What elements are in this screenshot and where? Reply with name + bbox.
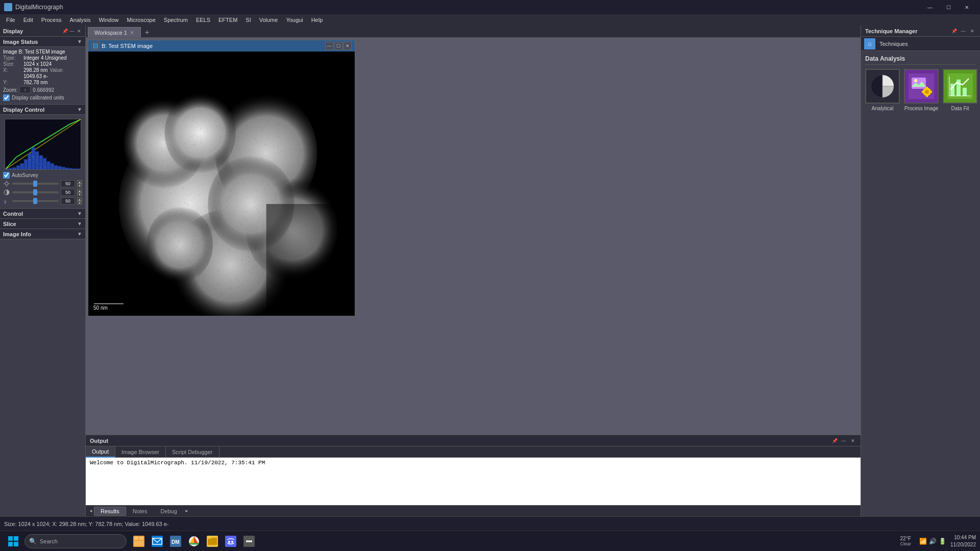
menu-help[interactable]: Help [307, 14, 327, 26]
window-controls: — ☐ ✕ [921, 0, 976, 14]
calibrated-units-checkbox[interactable] [3, 94, 10, 101]
contrast-thumb[interactable] [33, 189, 37, 195]
xy-row2: 1049.63 e- [3, 73, 82, 79]
panel-minimize-button[interactable]: — [69, 28, 75, 34]
taskbar-search[interactable]: 🔍 Search [24, 534, 127, 548]
taskbar-app-explorer[interactable] [131, 533, 147, 549]
image-info-section-header[interactable]: Image Info ▼ [0, 229, 85, 239]
type-value: Integer 4 Unsigned [23, 55, 67, 61]
menu-yougui[interactable]: Yougui [282, 14, 307, 26]
image-window[interactable]: B: Test STEM image — ☐ ✕ 50 nm [88, 40, 355, 316]
taskbar-app-more[interactable] [241, 533, 257, 549]
calibrated-units-label: Display calibrated units [12, 95, 64, 101]
display-control-header[interactable]: Display Control ▼ [0, 105, 85, 115]
output-minimize-button[interactable]: — [840, 437, 847, 444]
brightness-thumb[interactable] [33, 181, 37, 187]
menu-si[interactable]: SI [241, 14, 255, 26]
output-bottom-tab-debug[interactable]: Debug [154, 507, 183, 516]
right-panel-title: Technique Manager [865, 28, 917, 34]
control-section-header[interactable]: Control ▼ [0, 209, 85, 219]
right-panel-controls: 📌 — ✕ [950, 28, 976, 35]
panel-pin-button[interactable]: 📌 [62, 28, 68, 34]
brightness-down[interactable]: ▼ [77, 184, 82, 187]
svg-rect-43 [225, 536, 236, 547]
analytical-icon[interactable] [865, 69, 900, 104]
close-button[interactable]: ✕ [958, 0, 976, 14]
brightness-up[interactable]: ▲ [77, 180, 82, 184]
minimize-button[interactable]: — [921, 0, 939, 14]
output-tab-scriptdebugger[interactable]: Script Debugger [166, 446, 219, 458]
taskbar-app-discord[interactable] [223, 533, 239, 549]
svg-rect-21 [930, 91, 932, 93]
image-minimize-button[interactable]: — [325, 42, 333, 50]
output-tab-output[interactable]: Output [86, 446, 115, 458]
output-bottom-tab-notes[interactable]: Notes [126, 507, 154, 516]
output-scroll-left[interactable]: ◄ [88, 508, 94, 514]
right-panel-home[interactable]: ⌂ [864, 38, 875, 49]
data-fit-icon[interactable] [943, 69, 977, 104]
slice-section-header[interactable]: Slice ▼ [0, 219, 85, 229]
da-analytical[interactable]: Analytical [865, 69, 900, 111]
panel-close-button[interactable]: ✕ [76, 28, 82, 34]
process-image-icon[interactable] [904, 69, 939, 104]
contrast-down[interactable]: ▼ [77, 192, 82, 196]
brightness-spinners: ▲ ▼ [77, 180, 82, 187]
da-process-image[interactable]: Process Image [904, 69, 939, 111]
image-close-button[interactable]: ✕ [344, 42, 352, 50]
image-window-title-bar: B: Test STEM image — ☐ ✕ [88, 40, 355, 52]
right-panel-pin[interactable]: 📌 [950, 28, 958, 35]
workspace-add-tab[interactable]: + [142, 27, 152, 37]
right-panel-close[interactable]: ✕ [969, 28, 976, 35]
status-bar: Size: 1024 x 1024; X: 298.28 nm; Y: 782.… [0, 516, 980, 531]
maximize-button[interactable]: ☐ [939, 0, 958, 14]
taskbar-clock[interactable]: 10:44 PM 11/20/2022 [950, 534, 976, 548]
menu-process[interactable]: Process [37, 14, 66, 26]
workspace-tab-close[interactable]: ✕ [130, 30, 134, 35]
brightness-track[interactable] [12, 183, 59, 185]
contrast-up[interactable]: ▲ [77, 189, 82, 192]
gamma-up[interactable]: ▲ [77, 197, 82, 201]
autosurvey-checkbox[interactable] [3, 172, 10, 179]
output-close-button[interactable]: ✕ [849, 437, 856, 444]
image-status-label: Image Status [3, 39, 38, 45]
menu-analysis[interactable]: Analysis [65, 14, 94, 26]
menu-window[interactable]: Window [94, 14, 122, 26]
output-bottom-tab-results[interactable]: Results [94, 507, 126, 516]
menu-file[interactable]: File [2, 14, 19, 26]
zoom-input[interactable]: ↕ [19, 86, 31, 93]
gamma-thumb[interactable] [33, 198, 37, 204]
contrast-track[interactable] [12, 191, 59, 193]
gamma-value: 50 [61, 197, 75, 205]
menu-microscope[interactable]: Microscope [123, 14, 160, 26]
da-data-fit[interactable]: Data Fit [943, 69, 977, 111]
taskbar-app-mail[interactable] [149, 533, 165, 549]
menu-spectrum[interactable]: Spectrum [160, 14, 192, 26]
volume-icon[interactable]: 🔊 [929, 538, 937, 545]
taskbar-app-chrome[interactable] [186, 533, 202, 549]
image-name-row: Image B: Test STEM image [3, 49, 82, 55]
menu-eftem[interactable]: EFTEM [214, 14, 241, 26]
output-scroll-right[interactable]: ► [184, 508, 190, 514]
taskbar-app-dm[interactable]: DM [167, 533, 184, 549]
image-maximize-button[interactable]: ☐ [334, 42, 342, 50]
data-analysis-title: Data Analysis [865, 55, 976, 65]
slice-label: Slice [3, 221, 16, 227]
output-pin-button[interactable]: 📌 [831, 437, 838, 444]
output-tab-imagebrowser[interactable]: Image Browser [115, 446, 166, 458]
display-panel-title: Display [3, 28, 23, 34]
menu-volume[interactable]: Volume [255, 14, 282, 26]
taskbar: 🔍 Search DM [0, 531, 980, 551]
image-status-header[interactable]: Image Status ▼ [0, 37, 85, 47]
contrast-spinners: ▲ ▼ [77, 189, 82, 196]
image-window-title-text: B: Test STEM image [102, 43, 325, 49]
menu-eels[interactable]: EELS [192, 14, 214, 26]
menu-edit[interactable]: Edit [19, 14, 37, 26]
taskbar-app-files[interactable] [204, 533, 220, 549]
network-icon[interactable]: 📶 [919, 538, 927, 545]
start-button[interactable] [4, 532, 22, 550]
gamma-down[interactable]: ▼ [77, 201, 82, 205]
right-panel-minimize[interactable]: — [960, 28, 967, 35]
display-panel-header[interactable]: Display 📌 — ✕ [0, 26, 85, 37]
gamma-track[interactable] [12, 200, 59, 202]
workspace-tab-1[interactable]: Workspace 1 ✕ [88, 27, 141, 37]
